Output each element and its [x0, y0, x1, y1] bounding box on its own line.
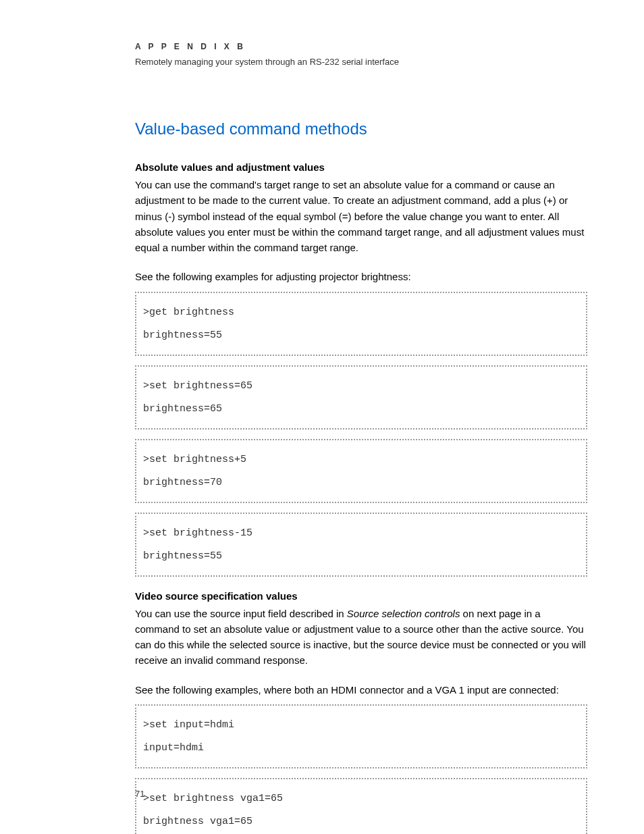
video-p1-italic: Source selection controls — [347, 608, 460, 619]
video-p1: You can use the source input field descr… — [135, 606, 587, 669]
code-block-5: >set input=hdmi input=hdmi — [135, 704, 587, 768]
section-heading: Value-based command methods — [135, 120, 587, 138]
code-block-4: >set brightness-15 brightness=55 — [135, 513, 587, 577]
appendix-label: A P P E N D I X B — [135, 42, 587, 51]
absolute-p2: See the following examples for adjusting… — [135, 269, 587, 284]
header-subtitle: Remotely managing your system through an… — [135, 57, 587, 67]
absolute-heading: Absolute values and adjustment values — [135, 161, 587, 173]
video-p1a: You can use the source input field descr… — [135, 608, 347, 619]
code-block-6: >set brightness vga1=65 brightness vga1=… — [135, 778, 587, 834]
page-number: 71 — [135, 789, 144, 799]
code-block-3: >set brightness+5 brightness=70 — [135, 439, 587, 503]
code-block-2: >set brightness=65 brightness=65 — [135, 365, 587, 429]
video-heading: Video source specification values — [135, 590, 587, 602]
absolute-p1: You can use the command's target range t… — [135, 177, 587, 255]
video-p2: See the following examples, where both a… — [135, 682, 587, 698]
code-block-1: >get brightness brightness=55 — [135, 292, 587, 356]
